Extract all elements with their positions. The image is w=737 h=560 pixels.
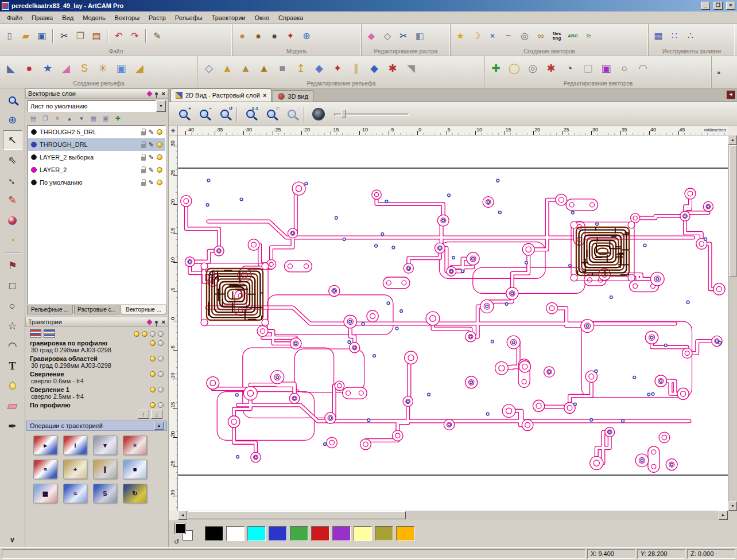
more-tools-chevron-icon[interactable]: ∨ [10, 536, 15, 544]
sheet-select-value[interactable]: Лист по умолчанию [28, 100, 156, 112]
sheet-up-icon[interactable]: ▴ [64, 114, 75, 123]
drill-rack-icon[interactable]: ∥ [93, 460, 117, 479]
material-block-icon[interactable]: ▦ [33, 484, 57, 503]
menu-item[interactable]: Справка [274, 13, 308, 23]
scroll-down-icon[interactable]: ▼ [728, 501, 737, 511]
model-teddy-brown-icon[interactable]: ● [251, 29, 266, 44]
merge-all-icon[interactable]: ▣ [100, 114, 111, 123]
create-star-icon[interactable]: ★ [453, 29, 468, 44]
menu-item[interactable]: Модель [78, 13, 110, 23]
menu-item[interactable]: Векторы [110, 13, 144, 23]
relief-star-icon[interactable]: ★ [39, 60, 56, 77]
palette-color-swatch[interactable] [290, 526, 308, 541]
create-arc-icon[interactable]: ☽ [469, 29, 484, 44]
toolpath-3d-bulb-icon[interactable] [158, 402, 164, 408]
new-sheet-icon[interactable]: ▤ [28, 114, 38, 123]
arc-tool[interactable]: ◠ [3, 336, 22, 356]
toolpath-item[interactable]: гравировка по профилю 30 град 0.298мм AJ… [30, 340, 164, 355]
toolpath-3d-bulb-icon[interactable] [158, 371, 164, 377]
relief-pillow-icon[interactable]: ▣ [113, 60, 130, 77]
view-tab[interactable]: 3D вид × [273, 90, 313, 102]
star-tool[interactable]: ☆ [3, 316, 22, 336]
lasso-icon[interactable]: ○ [616, 60, 633, 77]
layer-lock-icon[interactable] [141, 157, 146, 161]
model-teddy-light-icon[interactable]: ● [235, 29, 250, 44]
panel-tab[interactable]: Растровые с... [74, 305, 120, 314]
zoom-slider-handle[interactable] [341, 110, 346, 118]
toolpath-2d-bulb-icon[interactable] [150, 402, 156, 408]
operations-scroll-up-icon[interactable]: ▲ [154, 422, 164, 430]
starburst-icon[interactable]: ✱ [542, 60, 560, 77]
menu-item[interactable]: Правка [27, 13, 57, 23]
arc-fit-icon[interactable]: ◠ [634, 60, 651, 77]
layer-row[interactable]: THROUGH2.5_DRL ✎ [28, 126, 165, 138]
panel-close-icon[interactable]: × [162, 319, 165, 325]
recalc-toolpath-icon[interactable]: ↻ [123, 484, 147, 503]
node-edit-tool[interactable]: ⇖ [3, 150, 22, 170]
panel-tag-icon[interactable] [146, 319, 152, 325]
toolpath-item[interactable]: Сверление 1 сверло 2.5мм - fr4 [30, 386, 164, 402]
primary-color-swatch[interactable] [175, 523, 185, 534]
panel-tab[interactable]: Рельефные ... [27, 305, 73, 314]
panel-pin-icon[interactable] [155, 321, 158, 324]
select-tool[interactable]: ↖ [3, 130, 22, 150]
rings-icon[interactable]: ◎ [524, 60, 541, 77]
material-setup-icon[interactable]: ■ [123, 460, 147, 479]
undo-icon[interactable]: ↶ [111, 29, 126, 44]
relief-swirl-icon[interactable]: S [76, 60, 93, 77]
palette-color-swatch[interactable] [396, 526, 414, 541]
layer-edit-icon[interactable]: ✎ [149, 154, 154, 161]
palette-color-swatch[interactable] [269, 526, 287, 541]
relief-shave-icon[interactable]: ◥ [402, 60, 420, 77]
zoom-tool[interactable] [3, 90, 22, 110]
open-model-icon[interactable]: ▰ [18, 29, 33, 44]
layer-row[interactable]: THROUGH_DRL ✎ [28, 138, 165, 151]
zoom-1to1-button[interactable]: 1:1 [242, 106, 259, 123]
sheet-down-icon[interactable]: ▾ [76, 114, 87, 123]
menu-item[interactable]: Вид [57, 13, 78, 23]
layer-edit-icon[interactable]: ✎ [149, 167, 154, 173]
delete-toolpath-icon[interactable]: × [123, 435, 147, 455]
sculpt-model-icon[interactable]: ✦ [283, 29, 298, 44]
drill-sheet-icon[interactable]: + [63, 460, 87, 479]
panel-tag-icon[interactable] [146, 91, 152, 96]
save-toolpath-icon[interactable]: ▾ [93, 435, 117, 455]
relief-pinch-icon[interactable]: ∥ [347, 60, 364, 77]
relief-turn-icon[interactable]: ▲ [237, 60, 254, 77]
ellipse-tool[interactable]: ○ [3, 296, 22, 316]
layer-visibility-bulb-icon[interactable] [157, 180, 162, 185]
relief-plane-icon[interactable]: ◣ [2, 60, 20, 77]
toolpath-2d-bulb-icon[interactable] [150, 340, 156, 346]
toolpath-operations-header[interactable]: Операции с траекторией ▲ [26, 421, 167, 431]
panel-pin-icon[interactable] [155, 92, 158, 95]
show-all-2d-bulb-icon[interactable] [134, 331, 139, 337]
relief-lock-icon[interactable]: ◆ [311, 60, 328, 77]
relief-blob-icon[interactable]: ● [21, 60, 38, 77]
toolpath-3d-bulb-icon[interactable] [158, 387, 164, 392]
delete-vector-icon[interactable]: × [485, 29, 500, 44]
snapshot-icon[interactable] [312, 108, 325, 120]
paste-icon[interactable]: ▤ [89, 29, 104, 44]
link-fill-icon[interactable]: ∴ [683, 29, 698, 44]
node-add-icon[interactable]: ✚ [487, 60, 505, 77]
menu-item[interactable]: Рельефы [170, 13, 207, 23]
view-dock-button[interactable]: ◄ [727, 91, 735, 99]
palette-color-swatch[interactable] [311, 526, 329, 541]
notes-icon[interactable]: ✎ [150, 29, 165, 44]
vectorize-scissors-icon[interactable]: ✂ [396, 29, 411, 44]
layer-row[interactable]: LAYER_2 выборка ✎ [28, 151, 165, 164]
relief-extrude-icon[interactable]: ▲ [255, 60, 273, 77]
halo-icon[interactable]: ◯ [506, 60, 523, 77]
toolpath-down-button[interactable]: ↓ [151, 410, 162, 419]
palette-color-swatch[interactable] [354, 526, 372, 541]
offset-vector-icon[interactable]: ◎ [517, 29, 532, 44]
toolpath-item[interactable]: Гравировка областей 30 град 0.298мм AJ03… [30, 355, 164, 371]
redo-icon[interactable]: ↷ [127, 29, 142, 44]
batch-toolpaths-icon[interactable]: ≡ [33, 460, 57, 479]
relief-spin-icon[interactable]: ▲ [219, 60, 236, 77]
vertical-scrollbar[interactable]: ▲ ▼ [728, 135, 737, 511]
pcb-canvas[interactable] [178, 135, 728, 511]
toolpath-stack-alt-icon[interactable] [44, 329, 55, 338]
globe-view-tool[interactable]: ⊕ [3, 110, 22, 130]
relief-cube-icon[interactable]: ■ [274, 60, 291, 77]
